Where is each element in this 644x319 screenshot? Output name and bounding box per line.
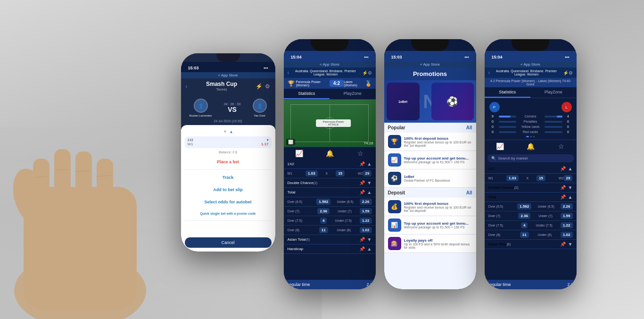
phone-2-tab-statistics[interactable]: Statistics bbox=[284, 89, 330, 99]
p4-w1-val[interactable]: 1.03 bbox=[506, 175, 519, 181]
phone-4-pin[interactable]: 📌 bbox=[560, 166, 566, 171]
phone-4-nav-star[interactable]: ☆ bbox=[546, 143, 577, 150]
phone-4-nav-chart[interactable]: 📈 bbox=[485, 143, 515, 150]
under7-label: Under (7) bbox=[330, 210, 360, 213]
phone-4-status-bar: 15:04 ▪▪▪ bbox=[485, 51, 577, 61]
w2-val[interactable]: 29 bbox=[363, 170, 372, 176]
autobet-button[interactable]: Select odds for autobet bbox=[185, 197, 272, 207]
p4-under75-val[interactable]: 1.22 bbox=[561, 222, 573, 228]
nav-star[interactable]: ☆ bbox=[345, 150, 376, 157]
handicap-collapse[interactable]: ▲ bbox=[367, 246, 372, 252]
p4-under65-val[interactable]: 2.26 bbox=[561, 203, 573, 210]
handicap-pin[interactable]: 📌 bbox=[359, 246, 365, 252]
asian-collapse[interactable]: ▼ bbox=[367, 237, 372, 242]
deposit-item-2[interactable]: 📊 Top up your account and get bonu... We… bbox=[384, 216, 476, 235]
phone-1-back[interactable]: ‹ bbox=[186, 83, 188, 90]
collapse-icon[interactable]: ▲ bbox=[367, 161, 372, 167]
place-bet-button[interactable]: Place a bet bbox=[185, 157, 272, 167]
p4-w2-val[interactable]: 29 bbox=[564, 175, 573, 181]
x-val[interactable]: 15 bbox=[336, 170, 345, 176]
phone-1-app-store[interactable]: < App Store bbox=[181, 72, 275, 78]
deposit-label: Deposit bbox=[388, 190, 405, 195]
under7-val[interactable]: 1.59 bbox=[360, 208, 372, 214]
nav-bell[interactable]: 🔔 bbox=[314, 150, 345, 157]
corners-bar bbox=[499, 116, 517, 118]
total-header: Total 📌 ▲ bbox=[284, 188, 376, 197]
promo-item-3[interactable]: ⚽ 1xBet Global Partner of FC Barcelona bbox=[384, 169, 476, 188]
p4-x-val[interactable]: 15 bbox=[537, 175, 545, 181]
p4-double-collapse[interactable]: ▼ bbox=[568, 185, 573, 190]
p4-over65-val[interactable]: 1.592 bbox=[517, 203, 531, 210]
promo-button[interactable]: Quick single bet with a promo code bbox=[185, 209, 272, 218]
p4-over75-val[interactable]: 4 bbox=[521, 222, 528, 228]
p4-asian-pin[interactable]: 📌 bbox=[560, 242, 566, 247]
over75-val[interactable]: 4 bbox=[320, 218, 327, 224]
p4-over7-val[interactable]: 2.36 bbox=[518, 213, 530, 219]
popular-all[interactable]: All bbox=[466, 125, 472, 130]
nav-chart[interactable]: 📈 bbox=[284, 150, 314, 157]
field-icon[interactable]: ⬜ bbox=[286, 139, 295, 145]
over7-val[interactable]: 2.36 bbox=[317, 208, 330, 214]
deposit-desc-3: Up to 100 FS and a 50% tenth deposit bon… bbox=[404, 243, 472, 249]
phone-4-settings[interactable]: ⚙ bbox=[569, 70, 573, 76]
p4-total-collapse[interactable]: ▲ bbox=[568, 194, 573, 200]
under65-val[interactable]: 2.26 bbox=[360, 199, 372, 205]
settings-icon[interactable]: ⚙ bbox=[265, 83, 270, 90]
deposit-item-3[interactable]: 🎰 Loyalty pays off Up to 100 FS and a 50… bbox=[384, 235, 476, 253]
dot-active bbox=[526, 136, 529, 137]
phone-2-lightning[interactable]: ⚡ bbox=[362, 70, 368, 76]
total-pin[interactable]: 📌 bbox=[359, 190, 365, 195]
phones-wrapper: 15:03 ▪▪▪ < App Store ‹ Smash Cup Tennis bbox=[91, 25, 577, 294]
team-logos-right: L bbox=[561, 102, 572, 112]
p4-asian-collapse[interactable]: ▼ bbox=[568, 242, 573, 247]
total-collapse[interactable]: ▲ bbox=[367, 190, 372, 195]
lightning-icon[interactable]: ⚡ bbox=[256, 83, 263, 90]
over65-label: Over (6.5) bbox=[288, 200, 317, 203]
p4-under8-val[interactable]: 1.02 bbox=[561, 232, 573, 238]
phone-2-tab-playzone[interactable]: PlayZone bbox=[330, 89, 376, 99]
phone-4-collapse[interactable]: ▲ bbox=[568, 166, 573, 171]
over8-val[interactable]: 11 bbox=[319, 227, 328, 233]
phone-2-app-store[interactable]: < App Store bbox=[284, 61, 376, 67]
pin-icon[interactable]: 📌 bbox=[359, 161, 365, 167]
phone-4-lightning[interactable]: ⚡ bbox=[563, 70, 569, 76]
cancel-button[interactable]: Cancel bbox=[185, 237, 272, 248]
under75-val[interactable]: 1.22 bbox=[360, 218, 372, 224]
p4-under7-val[interactable]: 1.59 bbox=[561, 213, 573, 219]
phone-4-nav-bell[interactable]: 🔔 bbox=[515, 143, 546, 150]
phone-4-search[interactable]: 🔍 Search by market bbox=[487, 154, 574, 162]
add-slip-button[interactable]: Add to bet slip bbox=[185, 185, 272, 195]
phone-4-tab-playzone[interactable]: PlayZone bbox=[530, 87, 577, 98]
phone-4-screen: 15:04 ▪▪▪ < App Store ‹ Australia. Queen… bbox=[485, 39, 577, 289]
phone-4-odds: 1X2 📌 ▲ W1 1.03 X 15 W2 29 bbox=[485, 164, 577, 280]
phone-2-back[interactable]: ‹ bbox=[288, 69, 289, 76]
match-time-badge: 74:28 bbox=[363, 141, 373, 145]
promo-item-1[interactable]: 🏆 100% first deposit bonus Register and … bbox=[384, 133, 476, 151]
p4-double-pin[interactable]: 📌 bbox=[560, 185, 566, 190]
yellow-left-val: 0 bbox=[489, 125, 496, 128]
regular-time-bar: Regular time 2 H bbox=[284, 280, 376, 289]
p4-total-pin[interactable]: 📌 bbox=[560, 194, 566, 200]
p4-over8-val[interactable]: 11 bbox=[520, 232, 529, 238]
under8-val[interactable]: 1.02 bbox=[360, 227, 372, 233]
promo-item-2[interactable]: 📈 Top up your account and get bonu... We… bbox=[384, 151, 476, 169]
promo-title-3: 1xBet bbox=[404, 175, 472, 179]
phone-4-1x2-row: W1 1.03 X 15 W2 29 bbox=[485, 174, 577, 183]
penalties-label: Penalties bbox=[519, 120, 542, 123]
phone-2-wrapper: 15:04 ▪▪▪ < App Store ‹ Australia. Queen… bbox=[284, 39, 376, 289]
double-chance-collapse[interactable]: ▼ bbox=[367, 180, 372, 185]
phone-4-tab-statistics[interactable]: Statistics bbox=[485, 87, 531, 98]
w1-val[interactable]: 1.03 bbox=[305, 170, 318, 176]
double-chance-pin[interactable]: 📌 bbox=[359, 180, 365, 185]
deposit-all[interactable]: All bbox=[466, 190, 472, 195]
over65-val[interactable]: 1.592 bbox=[316, 199, 330, 205]
phone-2-settings[interactable]: ⚙ bbox=[368, 70, 372, 76]
phone-4: 15:04 ▪▪▪ < App Store ‹ Australia. Queen… bbox=[485, 39, 577, 289]
track-button[interactable]: Track bbox=[185, 172, 272, 183]
phone-3-app-store[interactable]: < App Store bbox=[384, 61, 476, 67]
phone-3-icons: ▪▪▪ bbox=[464, 55, 469, 59]
asian-pin[interactable]: 📌 bbox=[359, 237, 365, 242]
deposit-item-1[interactable]: 💰 100% first deposit bonus Register and … bbox=[384, 198, 476, 216]
phone-4-app-store[interactable]: < App Store bbox=[485, 61, 577, 67]
phone-4-back[interactable]: ‹ bbox=[488, 69, 490, 76]
